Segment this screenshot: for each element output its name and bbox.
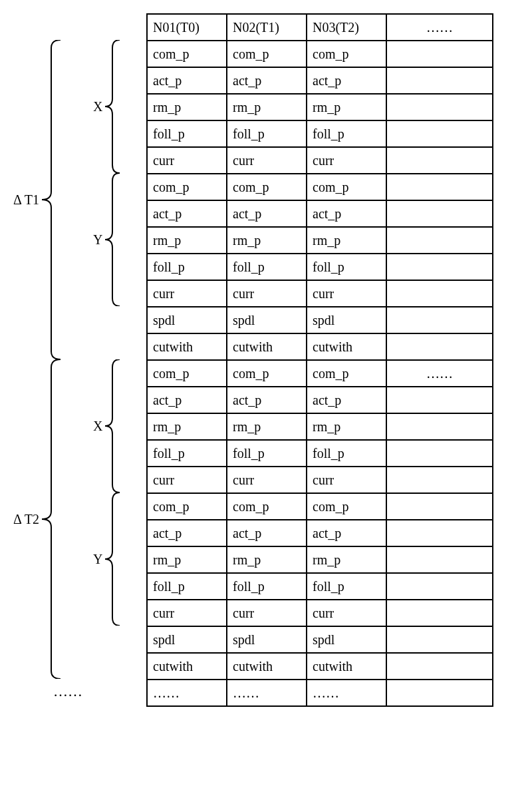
table-row: rm_prm_prm_p [147, 546, 493, 573]
table-cell: com_p [307, 493, 386, 520]
axis-brace: Y [93, 173, 120, 306]
table-row: foll_pfoll_pfoll_p [147, 254, 493, 280]
axis-brace: Y [93, 493, 120, 626]
brace-icon [42, 40, 61, 359]
table-cell: …… [386, 360, 493, 387]
table-cell [386, 333, 493, 360]
axis-label: Y [93, 232, 105, 248]
table-cell: curr [147, 280, 227, 307]
table-cell: foll_p [227, 440, 307, 467]
table-cell [386, 653, 493, 680]
table-row: com_pcom_pcom_p [147, 493, 493, 520]
table-cell: spdl [147, 307, 227, 333]
table-cell: act_p [147, 200, 227, 227]
table-cell: curr [307, 147, 386, 174]
table-row: spdlspdlspdl [147, 307, 493, 333]
table-cell: foll_p [307, 573, 386, 600]
table-cell: act_p [307, 387, 386, 413]
table-row: spdlspdlspdl [147, 626, 493, 653]
table-cell [386, 200, 493, 227]
table-cell [386, 120, 493, 147]
table-cell [386, 467, 493, 493]
table-cell: com_p [147, 174, 227, 200]
axis-label: X [93, 99, 105, 114]
brace-icon [42, 359, 61, 679]
table-cell [386, 600, 493, 626]
table-cell [386, 387, 493, 413]
table-cell: …… [307, 680, 386, 706]
table-cell: com_p [147, 493, 227, 520]
table-cell: …… [147, 680, 227, 706]
table-cell: cutwith [147, 653, 227, 680]
brace-icon [105, 173, 120, 306]
table-row: act_pact_pact_p [147, 520, 493, 546]
table-cell: rm_p [147, 546, 227, 573]
table-cell: cutwith [307, 333, 386, 360]
table-cell: rm_p [227, 546, 307, 573]
table-cell: spdl [307, 307, 386, 333]
table-cell: foll_p [147, 120, 227, 147]
table-cell: act_p [227, 200, 307, 227]
table-row: rm_prm_prm_p [147, 413, 493, 440]
time-block-brace: Δ T1 [13, 40, 146, 359]
table-row: currcurrcurr [147, 280, 493, 307]
brace-labels-column: Δ T1 X Y Δ T2 X Y …… [13, 13, 146, 705]
table-cell: foll_p [307, 120, 386, 147]
table-cell: spdl [307, 626, 386, 653]
table-cell: com_p [227, 41, 307, 67]
table-cell: rm_p [307, 227, 386, 254]
table-cell: curr [147, 467, 227, 493]
table-row: foll_pfoll_pfoll_p [147, 120, 493, 147]
table-cell [386, 520, 493, 546]
table-body: com_pcom_pcom_pact_pact_pact_prm_prm_prm… [147, 41, 493, 706]
table-row: currcurrcurr [147, 600, 493, 626]
table-cell [386, 493, 493, 520]
table-row: cutwithcutwithcutwith [147, 333, 493, 360]
column-header: N03(T2) [307, 14, 386, 41]
table-cell [386, 440, 493, 467]
table-cell: act_p [227, 387, 307, 413]
table-cell: rm_p [227, 94, 307, 120]
table-cell: rm_p [147, 227, 227, 254]
table-cell: act_p [147, 387, 227, 413]
table-cell: cutwith [307, 653, 386, 680]
table-cell: rm_p [307, 413, 386, 440]
table-cell: act_p [307, 520, 386, 546]
table-row: rm_prm_prm_p [147, 227, 493, 254]
table-cell: foll_p [227, 120, 307, 147]
table-cell: cutwith [227, 653, 307, 680]
table-cell: foll_p [307, 254, 386, 280]
table-cell [386, 67, 493, 94]
table-cell: com_p [147, 41, 227, 67]
table-cell: com_p [227, 174, 307, 200]
table-cell: spdl [227, 307, 307, 333]
table-cell: com_p [307, 360, 386, 387]
table-cell: act_p [147, 520, 227, 546]
table-cell: spdl [147, 626, 227, 653]
table-cell [386, 573, 493, 600]
brace-icon [105, 359, 120, 493]
column-header: N01(T0) [147, 14, 227, 41]
table-cell: …… [227, 680, 307, 706]
table-row: rm_prm_prm_p [147, 94, 493, 120]
column-header: N02(T1) [227, 14, 307, 41]
table-cell: curr [147, 600, 227, 626]
table-cell [386, 147, 493, 174]
table-row: com_pcom_pcom_p [147, 41, 493, 67]
table-row: ……………… [147, 680, 493, 706]
table-cell [386, 546, 493, 573]
table-cell: rm_p [147, 413, 227, 440]
table-cell [386, 413, 493, 440]
table-row: foll_pfoll_pfoll_p [147, 440, 493, 467]
table-cell [386, 626, 493, 653]
brace-icon [105, 493, 120, 626]
table-cell: curr [307, 600, 386, 626]
table-cell [386, 174, 493, 200]
table-cell: foll_p [227, 254, 307, 280]
table-row: com_pcom_pcom_p…… [147, 360, 493, 387]
table-cell: foll_p [147, 573, 227, 600]
time-block-brace: Δ T2 [13, 359, 146, 679]
table-cell: rm_p [227, 227, 307, 254]
table-cell: spdl [227, 626, 307, 653]
data-table: N01(T0)N02(T1)N03(T2)…… com_pcom_pcom_pa… [146, 13, 493, 707]
